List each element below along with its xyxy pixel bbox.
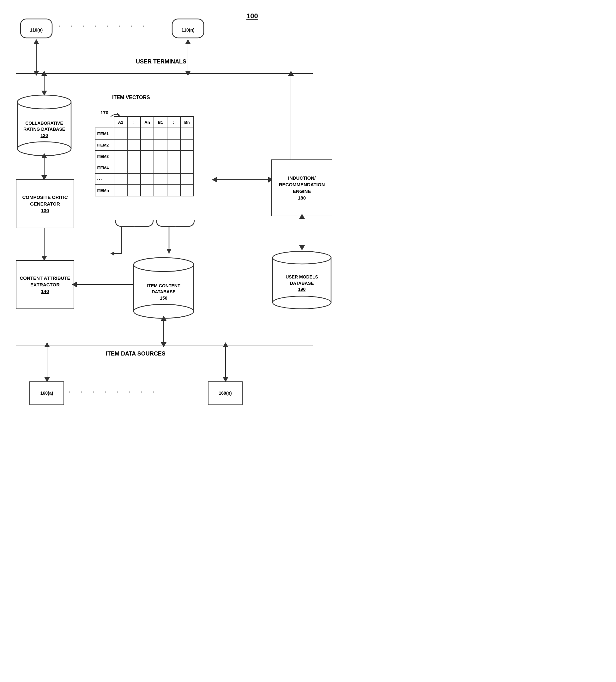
svg-marker-34: [161, 342, 167, 347]
arrowhead-bus-collab-up: [41, 71, 47, 76]
svg-marker-24: [111, 251, 114, 256]
arrowhead-collab-composite-up: [41, 153, 47, 158]
arrowhead-tn-down: [185, 71, 191, 76]
svg-marker-4: [185, 71, 191, 76]
arrowhead-extractor-itemdb-left: [72, 282, 77, 287]
terminal-a: 110(a): [19, 17, 54, 43]
arrowhead-bus-collab-down: [41, 91, 47, 96]
item-vectors-label: ITEM VECTORS: [112, 95, 150, 100]
arrowhead-bus-top-up: [288, 71, 294, 76]
network-bus: [16, 73, 313, 74]
content-extractor-label: CONTENT ATTRIBUTEEXTRACTOR140: [20, 275, 70, 295]
svg-point-9: [17, 95, 71, 109]
svg-marker-39: [223, 342, 228, 347]
item-content-db-label: ITEM CONTENTDATABASE150: [145, 273, 183, 301]
arrowhead-ta-up: [34, 39, 39, 44]
composite-critic-label: COMPOSITE CRITICGENERATOR130: [22, 194, 68, 214]
svg-marker-37: [44, 342, 50, 347]
collab-rating-db: COLLABORATIVERATING DATABASE120: [16, 93, 73, 156]
svg-point-32: [272, 251, 331, 264]
source-n-box: 160(n): [208, 381, 243, 405]
svg-marker-35: [161, 316, 167, 321]
item-data-sources-label: ITEM DATA SOURCES: [106, 350, 166, 357]
arrow-ta-down: [36, 42, 37, 73]
arrowhead-tn-up: [185, 39, 191, 44]
composite-critic-box: COMPOSITE CRITICGENERATOR130: [16, 179, 74, 228]
terminal-n-label: 110(n): [181, 27, 194, 32]
item-matrix: A1 : An B1 : Bn ITEM1 ITEM2: [95, 116, 194, 197]
arrowhead-itemdb-up: [161, 316, 167, 321]
svg-point-33: [272, 296, 331, 309]
source-dots: · · · · · · · ·: [69, 389, 159, 395]
diagram: 100 110(a) 110(n) · · · · · · · · USER T…: [0, 0, 332, 682]
source-a-box: 160(a): [29, 381, 64, 405]
user-terminals-label: USER TERMINALS: [136, 59, 186, 65]
terminal-a-label: 110(a): [30, 27, 43, 32]
terminal-n: 110(n): [171, 17, 205, 43]
svg-marker-7: [288, 71, 294, 76]
arrow-matrix-induction: [214, 179, 271, 180]
svg-marker-3: [34, 39, 39, 44]
svg-marker-12: [41, 71, 47, 76]
user-models-db: USER MODELSDATABASE190: [271, 249, 332, 310]
induction-engine-label: INDUCTION/RECOMMENDATIONENGINE180: [279, 175, 325, 201]
source-n-label: 160(n): [219, 390, 232, 396]
arrow-lowerbus-sourcen: [225, 345, 226, 380]
collab-db-label: COLLABORATIVERATING DATABASE120: [21, 111, 68, 139]
arrow-bus-to-induction: [291, 73, 291, 165]
svg-marker-26: [167, 249, 172, 253]
arrow-tn-down: [188, 42, 188, 73]
content-extractor-box: CONTENT ATTRIBUTEEXTRACTOR140: [16, 260, 74, 309]
svg-marker-14: [41, 153, 47, 158]
arrow-lowerbus-sourcea: [47, 345, 47, 380]
source-a-label: 160(a): [40, 390, 53, 396]
arrowhead-ta-down: [34, 71, 39, 76]
user-models-db-label: USER MODELSDATABASE190: [283, 266, 321, 293]
arrow-itemdb-lowerbus: [163, 318, 164, 345]
arrowhead-matrix-induction-left: [212, 177, 217, 182]
item-content-db: ITEM CONTENTDATABASE150: [132, 256, 195, 319]
diagram-title: 100: [246, 12, 258, 20]
arrowhead-induction-usermodels-up: [299, 214, 305, 219]
svg-marker-2: [34, 71, 39, 76]
arrow-collab-composite: [44, 156, 45, 178]
brace-right-arrow: [155, 227, 183, 265]
arrow-induction-usermodels: [302, 216, 302, 248]
svg-marker-17: [72, 282, 77, 287]
brace-left-arrow: [107, 227, 136, 265]
arrowhead-itemdb-lowerbus-down: [161, 342, 167, 347]
terminal-dots: · · · · · · · ·: [59, 23, 149, 30]
svg-marker-11: [41, 91, 47, 96]
arrowhead-lowerbus-sourcea-up: [44, 342, 50, 347]
arrowhead-lowerbus-sourcen-up: [223, 342, 228, 347]
arrow-composite-content: [44, 228, 45, 258]
svg-marker-30: [299, 214, 305, 219]
svg-marker-28: [212, 177, 217, 182]
svg-marker-5: [185, 39, 191, 44]
induction-engine-box: INDUCTION/RECOMMENDATIONENGINE180: [271, 159, 332, 216]
arrow-bus-collab: [44, 73, 45, 93]
